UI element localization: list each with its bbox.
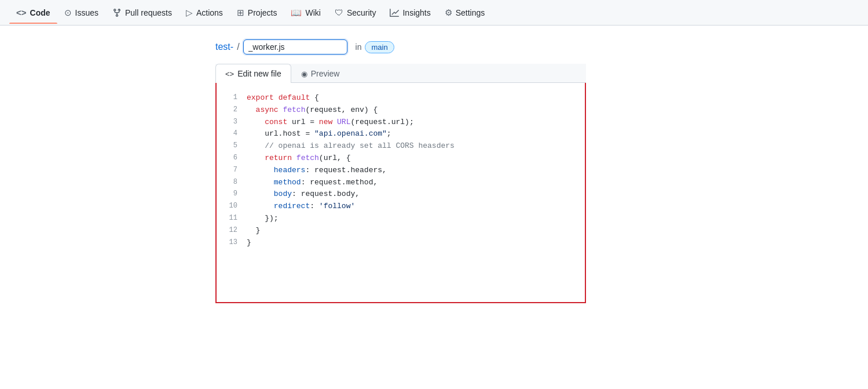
settings-icon: ⚙	[445, 8, 452, 18]
top-nav: <> Code ⊙ Issues Pull requests ▷ Actions…	[0, 0, 868, 26]
editor-container: <> Edit new file ◉ Preview 1 export defa…	[215, 64, 586, 303]
line-num-12: 12	[226, 225, 247, 236]
line-num-1: 1	[226, 92, 247, 103]
code-line-12: 12 }	[217, 225, 585, 237]
line-num-11: 11	[226, 213, 247, 224]
line-num-7: 7	[226, 165, 247, 176]
line-num-2: 2	[226, 104, 247, 115]
file-path-row: test- / in main	[215, 39, 676, 54]
nav-label-code: Code	[30, 8, 50, 17]
line-num-8: 8	[226, 177, 247, 188]
code-editor[interactable]: 1 export default { 2 async fetch(request…	[215, 83, 586, 303]
line-num-3: 3	[226, 117, 247, 128]
tab-edit-new-file[interactable]: <> Edit new file	[215, 64, 291, 83]
line-code-12: }	[247, 225, 260, 237]
nav-item-wiki[interactable]: 📖 Wiki	[284, 2, 327, 24]
line-code-9: body: request.body,	[247, 188, 360, 201]
preview-tab-label: Preview	[311, 69, 340, 78]
preview-tab-icon: ◉	[301, 70, 307, 78]
code-line-6: 6 return fetch(url, {	[217, 152, 585, 165]
path-separator: /	[237, 42, 239, 52]
filename-input[interactable]	[243, 39, 347, 54]
line-code-8: method: request.method,	[247, 177, 378, 189]
code-line-2: 2 async fetch(request, env) {	[217, 104, 585, 117]
line-num-9: 9	[226, 188, 247, 199]
editor-tabs: <> Edit new file ◉ Preview	[215, 64, 586, 83]
nav-item-insights[interactable]: Insights	[383, 2, 437, 23]
code-line-11: 11 });	[217, 213, 585, 225]
code-icon: <>	[16, 8, 27, 17]
nav-item-issues[interactable]: ⊙ Issues	[57, 2, 105, 24]
line-num-6: 6	[226, 152, 247, 163]
line-code-10: redirect: 'follow'	[247, 201, 355, 213]
insights-icon	[390, 8, 399, 17]
edit-tab-label: Edit new file	[237, 69, 281, 78]
code-line-1: 1 export default {	[217, 92, 585, 104]
nav-item-actions[interactable]: ▷ Actions	[179, 2, 230, 24]
code-line-7: 7 headers: request.headers,	[217, 165, 585, 177]
code-line-9: 9 body: request.body,	[217, 188, 585, 201]
line-code-11: });	[247, 213, 279, 225]
line-code-1: export default {	[247, 92, 319, 104]
nav-label-actions: Actions	[196, 8, 223, 17]
nav-label-pull-requests: Pull requests	[125, 8, 172, 17]
code-line-8: 8 method: request.method,	[217, 177, 585, 189]
line-num-5: 5	[226, 140, 247, 151]
security-icon: 🛡	[335, 8, 343, 17]
line-code-5: // openai is already set all CORS heasde…	[247, 140, 455, 152]
actions-icon: ▷	[186, 8, 193, 18]
nav-label-settings: Settings	[456, 8, 485, 17]
in-label: in	[356, 42, 362, 52]
nav-item-projects[interactable]: ⊞ Projects	[230, 2, 284, 24]
code-line-10: 10 redirect: 'follow'	[217, 201, 585, 213]
nav-label-security: Security	[347, 8, 376, 17]
line-code-4: url.host = "api.openai.com";	[247, 128, 391, 140]
nav-item-settings[interactable]: ⚙ Settings	[438, 2, 492, 24]
nav-label-wiki: Wiki	[305, 8, 320, 17]
nav-label-projects: Projects	[248, 8, 277, 17]
line-code-7: headers: request.headers,	[247, 165, 387, 177]
issues-icon: ⊙	[64, 8, 72, 18]
main-content: test- / in main <> Edit new file ◉ Previ…	[0, 26, 695, 317]
line-code-6: return fetch(url, {	[247, 152, 350, 165]
tab-preview[interactable]: ◉ Preview	[291, 64, 350, 83]
nav-item-security[interactable]: 🛡 Security	[328, 2, 383, 23]
line-num-13: 13	[226, 237, 247, 248]
wiki-icon: 📖	[291, 8, 302, 18]
edit-tab-icon: <>	[225, 70, 234, 78]
nav-item-pull-requests[interactable]: Pull requests	[105, 2, 179, 23]
line-code-13: }	[247, 237, 251, 249]
pull-requests-icon	[112, 8, 122, 17]
line-num-10: 10	[226, 201, 247, 212]
projects-icon: ⊞	[237, 8, 244, 18]
line-code-3: const url = new URL(request.url);	[247, 117, 414, 129]
nav-label-insights: Insights	[402, 8, 430, 17]
branch-badge[interactable]: main	[365, 41, 394, 53]
nav-label-issues: Issues	[75, 8, 98, 17]
repo-name-link[interactable]: test-	[215, 42, 233, 52]
code-line-3: 3 const url = new URL(request.url);	[217, 117, 585, 129]
line-code-2: async fetch(request, env) {	[247, 104, 378, 117]
nav-item-code[interactable]: <> Code	[9, 2, 57, 23]
line-num-4: 4	[226, 128, 247, 139]
code-line-13: 13 }	[217, 237, 585, 249]
code-line-4: 4 url.host = "api.openai.com";	[217, 128, 585, 140]
code-line-5: 5 // openai is already set all CORS heas…	[217, 140, 585, 152]
